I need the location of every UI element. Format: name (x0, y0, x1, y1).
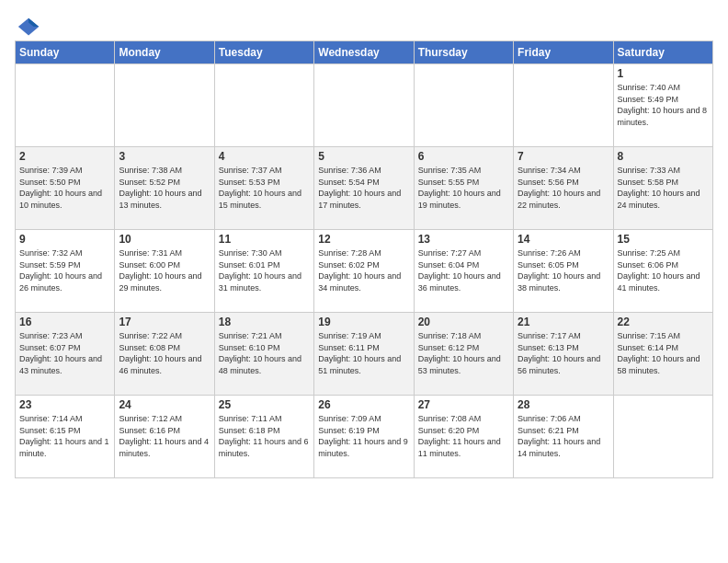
day-info: Sunrise: 7:15 AM Sunset: 6:14 PM Dayligh… (618, 330, 709, 376)
calendar-cell: 21Sunrise: 7:17 AM Sunset: 6:13 PM Dayli… (514, 313, 613, 396)
calendar-cell (613, 396, 712, 478)
calendar-cell: 9Sunrise: 7:32 AM Sunset: 5:59 PM Daylig… (16, 230, 115, 313)
day-number: 24 (119, 398, 210, 411)
day-info: Sunrise: 7:39 AM Sunset: 5:50 PM Dayligh… (19, 165, 110, 211)
day-number: 4 (219, 150, 310, 163)
week-row-4: 16Sunrise: 7:23 AM Sunset: 6:07 PM Dayli… (16, 313, 713, 396)
calendar-cell: 20Sunrise: 7:18 AM Sunset: 6:12 PM Dayli… (414, 313, 513, 396)
week-row-1: 1Sunrise: 7:40 AM Sunset: 5:49 PM Daylig… (16, 64, 713, 147)
day-number: 26 (318, 398, 409, 411)
day-number: 22 (618, 316, 709, 328)
calendar-cell: 17Sunrise: 7:22 AM Sunset: 6:08 PM Dayli… (115, 313, 214, 396)
weekday-header-friday: Friday (514, 41, 613, 64)
calendar-cell: 1Sunrise: 7:40 AM Sunset: 5:49 PM Daylig… (613, 64, 712, 147)
day-info: Sunrise: 7:31 AM Sunset: 6:00 PM Dayligh… (119, 247, 210, 293)
calendar-cell (314, 64, 414, 147)
calendar-cell: 3Sunrise: 7:38 AM Sunset: 5:52 PM Daylig… (115, 147, 214, 230)
week-row-3: 9Sunrise: 7:32 AM Sunset: 5:59 PM Daylig… (16, 230, 713, 313)
day-number: 6 (418, 150, 509, 163)
day-info: Sunrise: 7:21 AM Sunset: 6:10 PM Dayligh… (219, 330, 310, 376)
day-number: 10 (119, 233, 210, 246)
day-number: 15 (618, 233, 709, 246)
day-info: Sunrise: 7:12 AM Sunset: 6:16 PM Dayligh… (119, 413, 210, 459)
calendar-cell: 13Sunrise: 7:27 AM Sunset: 6:04 PM Dayli… (414, 230, 513, 313)
day-number: 7 (518, 150, 609, 163)
svg-marker-0 (18, 18, 39, 36)
weekday-header-thursday: Thursday (414, 41, 513, 64)
day-number: 17 (119, 316, 210, 328)
calendar-cell: 16Sunrise: 7:23 AM Sunset: 6:07 PM Dayli… (16, 313, 115, 396)
day-number: 16 (19, 316, 110, 328)
week-row-2: 2Sunrise: 7:39 AM Sunset: 5:50 PM Daylig… (16, 147, 713, 230)
calendar-table: SundayMondayTuesdayWednesdayThursdayFrid… (15, 40, 713, 478)
calendar-cell (514, 64, 613, 147)
day-number: 1 (618, 67, 709, 80)
day-number: 2 (19, 150, 110, 163)
day-number: 12 (318, 233, 409, 246)
day-info: Sunrise: 7:19 AM Sunset: 6:11 PM Dayligh… (318, 330, 409, 376)
day-info: Sunrise: 7:08 AM Sunset: 6:20 PM Dayligh… (418, 413, 509, 459)
day-info: Sunrise: 7:32 AM Sunset: 5:59 PM Dayligh… (19, 247, 110, 293)
day-info: Sunrise: 7:27 AM Sunset: 6:04 PM Dayligh… (418, 247, 509, 293)
calendar-cell: 23Sunrise: 7:14 AM Sunset: 6:15 PM Dayli… (16, 396, 115, 478)
day-number: 28 (518, 398, 609, 411)
calendar-cell: 24Sunrise: 7:12 AM Sunset: 6:16 PM Dayli… (115, 396, 214, 478)
day-number: 18 (219, 316, 310, 328)
day-info: Sunrise: 7:14 AM Sunset: 6:15 PM Dayligh… (19, 413, 110, 459)
calendar-cell: 19Sunrise: 7:19 AM Sunset: 6:11 PM Dayli… (314, 313, 414, 396)
day-number: 5 (318, 150, 409, 163)
logo-icon (17, 15, 42, 40)
day-info: Sunrise: 7:33 AM Sunset: 5:58 PM Dayligh… (618, 165, 709, 211)
calendar-cell (115, 64, 214, 147)
day-info: Sunrise: 7:38 AM Sunset: 5:52 PM Dayligh… (119, 165, 210, 211)
day-number: 23 (19, 398, 110, 411)
calendar-cell: 22Sunrise: 7:15 AM Sunset: 6:14 PM Dayli… (613, 313, 712, 396)
calendar-cell: 6Sunrise: 7:35 AM Sunset: 5:55 PM Daylig… (414, 147, 513, 230)
day-info: Sunrise: 7:28 AM Sunset: 6:02 PM Dayligh… (318, 247, 409, 293)
calendar-cell: 18Sunrise: 7:21 AM Sunset: 6:10 PM Dayli… (214, 313, 313, 396)
day-info: Sunrise: 7:17 AM Sunset: 6:13 PM Dayligh… (518, 330, 609, 376)
day-info: Sunrise: 7:34 AM Sunset: 5:56 PM Dayligh… (518, 165, 609, 211)
day-info: Sunrise: 7:30 AM Sunset: 6:01 PM Dayligh… (219, 247, 310, 293)
day-number: 9 (19, 233, 110, 246)
calendar-cell: 2Sunrise: 7:39 AM Sunset: 5:50 PM Daylig… (16, 147, 115, 230)
day-info: Sunrise: 7:23 AM Sunset: 6:07 PM Dayligh… (19, 330, 110, 376)
day-info: Sunrise: 7:36 AM Sunset: 5:54 PM Dayligh… (318, 165, 409, 211)
page-header (15, 15, 713, 35)
day-number: 13 (418, 233, 509, 246)
day-number: 11 (219, 233, 310, 246)
day-info: Sunrise: 7:22 AM Sunset: 6:08 PM Dayligh… (119, 330, 210, 376)
calendar-cell: 11Sunrise: 7:30 AM Sunset: 6:01 PM Dayli… (214, 230, 313, 313)
calendar-cell: 12Sunrise: 7:28 AM Sunset: 6:02 PM Dayli… (314, 230, 414, 313)
day-info: Sunrise: 7:11 AM Sunset: 6:18 PM Dayligh… (219, 413, 310, 459)
weekday-header-wednesday: Wednesday (314, 41, 414, 64)
calendar-cell: 4Sunrise: 7:37 AM Sunset: 5:53 PM Daylig… (214, 147, 313, 230)
day-info: Sunrise: 7:18 AM Sunset: 6:12 PM Dayligh… (418, 330, 509, 376)
calendar-cell: 14Sunrise: 7:26 AM Sunset: 6:05 PM Dayli… (514, 230, 613, 313)
day-number: 3 (119, 150, 210, 163)
day-info: Sunrise: 7:09 AM Sunset: 6:19 PM Dayligh… (318, 413, 409, 459)
calendar-cell: 8Sunrise: 7:33 AM Sunset: 5:58 PM Daylig… (613, 147, 712, 230)
day-number: 19 (318, 316, 409, 328)
calendar-cell: 15Sunrise: 7:25 AM Sunset: 6:06 PM Dayli… (613, 230, 712, 313)
calendar-cell: 27Sunrise: 7:08 AM Sunset: 6:20 PM Dayli… (414, 396, 513, 478)
calendar-cell: 28Sunrise: 7:06 AM Sunset: 6:21 PM Dayli… (514, 396, 613, 478)
calendar-cell: 5Sunrise: 7:36 AM Sunset: 5:54 PM Daylig… (314, 147, 414, 230)
day-number: 14 (518, 233, 609, 246)
day-info: Sunrise: 7:25 AM Sunset: 6:06 PM Dayligh… (618, 247, 709, 293)
weekday-header-monday: Monday (115, 41, 214, 64)
calendar-cell (214, 64, 313, 147)
calendar-cell: 25Sunrise: 7:11 AM Sunset: 6:18 PM Dayli… (214, 396, 313, 478)
calendar-cell: 7Sunrise: 7:34 AM Sunset: 5:56 PM Daylig… (514, 147, 613, 230)
day-number: 20 (418, 316, 509, 328)
weekday-header-tuesday: Tuesday (214, 41, 313, 64)
day-info: Sunrise: 7:37 AM Sunset: 5:53 PM Dayligh… (219, 165, 310, 211)
day-info: Sunrise: 7:26 AM Sunset: 6:05 PM Dayligh… (518, 247, 609, 293)
weekday-header-saturday: Saturday (613, 41, 712, 64)
calendar-cell (16, 64, 115, 147)
week-row-5: 23Sunrise: 7:14 AM Sunset: 6:15 PM Dayli… (16, 396, 713, 478)
day-info: Sunrise: 7:06 AM Sunset: 6:21 PM Dayligh… (518, 413, 609, 459)
calendar-cell (414, 64, 513, 147)
day-number: 8 (618, 150, 709, 163)
calendar-cell: 26Sunrise: 7:09 AM Sunset: 6:19 PM Dayli… (314, 396, 414, 478)
